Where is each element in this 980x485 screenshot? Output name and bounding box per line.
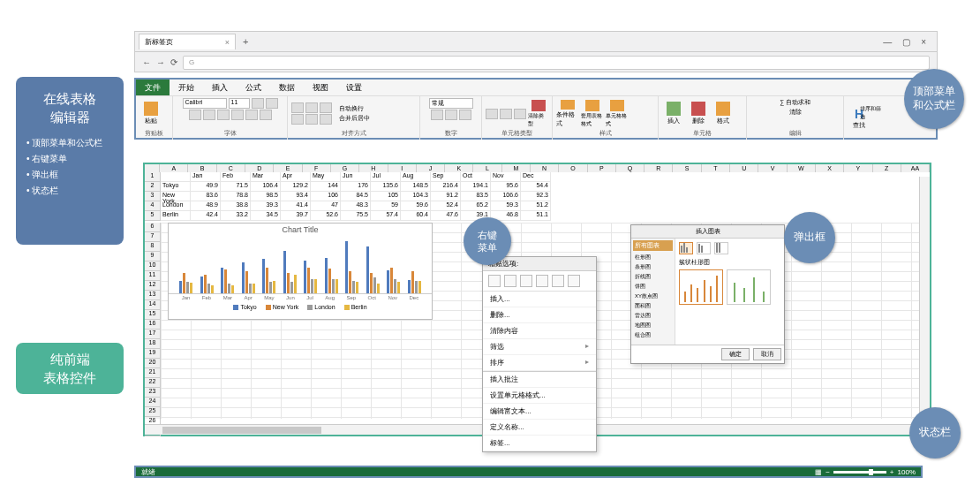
cell[interactable]: 38.8: [221, 201, 251, 211]
column-header[interactable]: R: [645, 164, 673, 172]
ctx-define-name[interactable]: 定义名称...: [483, 420, 596, 436]
cell[interactable]: 148.5: [401, 182, 431, 192]
cell[interactable]: London: [161, 201, 191, 211]
cell[interactable]: May: [311, 172, 341, 182]
column-header[interactable]: O: [559, 164, 587, 172]
cell[interactable]: Jan: [191, 172, 221, 182]
ribbon-tab-file[interactable]: 文件: [136, 80, 170, 95]
column-header[interactable]: G: [331, 164, 359, 172]
zoom-in-icon[interactable]: +: [890, 468, 894, 476]
chart-type-clustered-icon[interactable]: [679, 242, 693, 254]
zoom-slider[interactable]: [833, 471, 886, 474]
ribbon-tab-formula[interactable]: 公式: [237, 80, 270, 95]
chart-type-100stacked-icon[interactable]: [714, 242, 728, 254]
cell[interactable]: 194.1: [461, 182, 491, 192]
clear-celltype-button[interactable]: 清除类型: [528, 100, 548, 128]
cell[interactable]: 144: [311, 182, 341, 192]
decrease-font-icon[interactable]: [266, 98, 278, 109]
column-header[interactable]: T: [702, 164, 730, 172]
chart-category[interactable]: 条形图: [633, 262, 673, 272]
row-header[interactable]: 7: [145, 232, 161, 242]
row-header[interactable]: 23: [145, 388, 161, 398]
cell[interactable]: 59: [371, 201, 401, 211]
row-header[interactable]: 11: [145, 271, 161, 281]
cell[interactable]: 42.4: [191, 211, 221, 221]
row-header[interactable]: 18: [145, 339, 161, 349]
forward-icon[interactable]: →: [156, 57, 165, 67]
reload-icon[interactable]: ⟳: [170, 57, 177, 67]
font-size-select[interactable]: 11: [229, 98, 250, 109]
ctx-clear[interactable]: 清除内容: [483, 323, 596, 339]
format-cells-button[interactable]: 格式: [712, 100, 735, 128]
cell[interactable]: 78.8: [221, 192, 251, 201]
column-header[interactable]: L: [473, 164, 501, 172]
cell[interactable]: 33.2: [221, 211, 251, 221]
ctx-tag[interactable]: 标签...: [483, 436, 596, 451]
insert-cells-button[interactable]: 插入: [662, 100, 685, 128]
column-header[interactable]: Q: [616, 164, 645, 172]
paste-option-icon[interactable]: [488, 275, 501, 287]
close-icon[interactable]: ×: [225, 38, 230, 47]
ribbon-tab-settings[interactable]: 设置: [337, 80, 371, 95]
row-header[interactable]: 6: [145, 223, 161, 232]
cell[interactable]: Feb: [221, 172, 251, 182]
embedded-chart[interactable]: Chart Title JanFebMarAprMayJunJulAugSepO…: [168, 223, 433, 320]
column-header[interactable]: H: [359, 164, 388, 172]
cell[interactable]: 59.3: [491, 201, 521, 211]
ctx-sort[interactable]: 排序: [483, 355, 596, 371]
zoom-level[interactable]: 100%: [898, 468, 916, 476]
cell[interactable]: 106.6: [491, 192, 521, 201]
chart-preview[interactable]: [727, 269, 771, 305]
cell[interactable]: 135.6: [371, 182, 401, 192]
chart-category[interactable]: 饼图: [633, 282, 673, 292]
italic-icon[interactable]: [203, 110, 215, 120]
comma-icon[interactable]: [459, 110, 471, 120]
cell[interactable]: Aug: [401, 172, 431, 182]
browser-tab[interactable]: 新标签页 ×: [139, 34, 236, 49]
merge-button[interactable]: 合并后居中: [339, 114, 370, 123]
ctx-richtext[interactable]: 编辑富文本...: [483, 404, 596, 420]
column-header[interactable]: A: [160, 164, 188, 172]
row-header[interactable]: 3: [145, 192, 161, 201]
paste-option-icon[interactable]: [552, 275, 564, 287]
row-header[interactable]: 9: [145, 252, 161, 261]
row-header[interactable]: 10: [145, 261, 161, 271]
celltype-icon[interactable]: [500, 109, 512, 119]
cell[interactable]: 39.7: [281, 211, 311, 221]
font-color-icon[interactable]: [260, 110, 272, 120]
cell-format-button[interactable]: 单元格格式: [606, 100, 629, 128]
number-format-select[interactable]: 常规: [429, 98, 473, 109]
wrap-text-button[interactable]: 自动换行: [339, 104, 370, 113]
cell[interactable]: Jul: [371, 172, 401, 182]
align-center-icon[interactable]: [305, 114, 318, 125]
column-header[interactable]: X: [816, 164, 844, 172]
celltype-icon[interactable]: [514, 109, 526, 119]
row-header[interactable]: 20: [145, 359, 161, 368]
cell[interactable]: 83.6: [191, 192, 221, 201]
column-header[interactable]: V: [758, 164, 787, 172]
clear-button[interactable]: 清除: [789, 108, 802, 117]
align-bottom-icon[interactable]: [320, 102, 332, 113]
cell[interactable]: 65.2: [461, 201, 491, 211]
border-icon[interactable]: [231, 110, 244, 120]
cell[interactable]: 105: [371, 192, 401, 201]
ctx-filter[interactable]: 筛选: [483, 339, 596, 355]
close-window-icon[interactable]: ×: [921, 37, 926, 47]
chart-category[interactable]: 柱形图: [633, 253, 673, 262]
chart-category[interactable]: XY散点图: [633, 292, 673, 301]
cond-format-button[interactable]: 条件格式: [556, 100, 579, 128]
cell[interactable]: 48.3: [341, 201, 371, 211]
align-top-icon[interactable]: [291, 102, 304, 113]
chart-type-stacked-icon[interactable]: [697, 242, 711, 254]
row-header[interactable]: 25: [145, 407, 161, 417]
view-normal-icon[interactable]: ▦: [815, 468, 822, 476]
row-header[interactable]: 5: [145, 211, 161, 221]
column-header[interactable]: C: [217, 164, 245, 172]
row-header[interactable]: 2: [145, 182, 161, 192]
vertical-scrollbar[interactable]: [919, 177, 930, 424]
cell[interactable]: Berlin: [161, 211, 191, 221]
table-format-button[interactable]: 套用表格格式: [581, 100, 604, 128]
cell[interactable]: 84.5: [341, 192, 371, 201]
increase-font-icon[interactable]: [252, 98, 264, 109]
cell[interactable]: 47.6: [431, 211, 461, 221]
